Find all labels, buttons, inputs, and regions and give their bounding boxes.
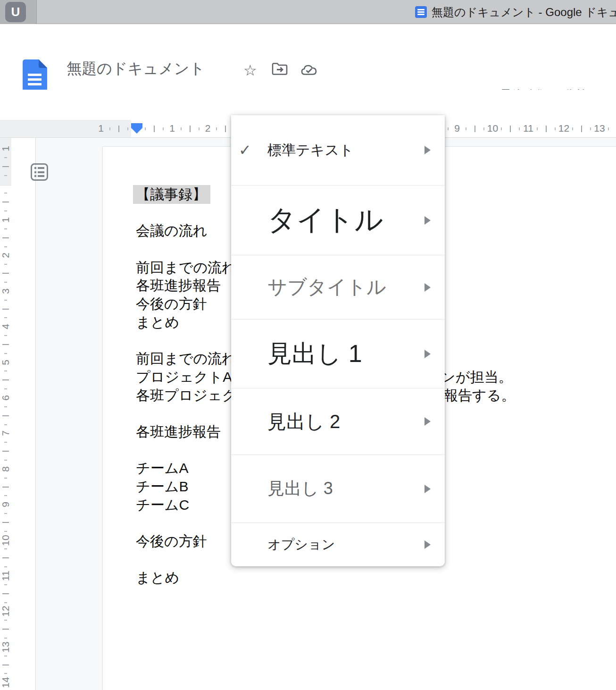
active-tab[interactable]: 無題のドキュメント - Google ドキュメン <box>415 0 616 24</box>
submenu-arrow-icon <box>425 540 431 549</box>
submenu-arrow-icon <box>425 146 431 154</box>
browser-tab-bar: U 無題のドキュメント - Google ドキュメン <box>0 0 616 24</box>
ruler-number: 12 <box>558 123 569 134</box>
ruler-number: 10 <box>0 535 11 546</box>
tab-title: 無題のドキュメント - Google ドキュメン <box>432 5 616 20</box>
indent-marker[interactable] <box>131 123 142 134</box>
move-to-folder-icon[interactable] <box>272 62 288 76</box>
ruler-number: 14 <box>0 677 11 688</box>
ruler-number: 9 <box>454 123 460 134</box>
pinned-tab-icon: U <box>5 2 26 22</box>
submenu-arrow-icon <box>425 485 431 493</box>
menu-item-options[interactable]: オプション <box>231 522 445 566</box>
ruler-number: 12 <box>0 606 11 617</box>
docs-header: 無題のドキュメント ☆ ファイル 編集 表示 挿入 表示形式 ツール アドオン … <box>0 25 616 90</box>
ruler-number: 3 <box>0 286 11 297</box>
ruler-number: 6 <box>0 392 11 404</box>
ruler-number: 10 <box>487 123 498 134</box>
check-icon: ✓ <box>239 141 251 159</box>
document-outline-button[interactable] <box>31 163 48 181</box>
menu-item-heading1[interactable]: 見出し 1 <box>231 319 445 388</box>
pinned-tab[interactable]: U <box>0 0 37 24</box>
vertical-ruler: 11234567891011121314 <box>0 138 11 690</box>
submenu-arrow-icon <box>425 350 431 358</box>
document-title[interactable]: 無題のドキュメント <box>67 59 205 79</box>
ruler-number: 9 <box>0 499 11 510</box>
ruler-number: 5 <box>0 357 11 368</box>
left-gutter: 11234567891011121314 <box>0 138 36 690</box>
menu-item-heading3[interactable]: 見出し 3 <box>231 454 445 522</box>
menu-item-heading2[interactable]: 見出し 2 <box>231 388 445 454</box>
selected-text: 【議事録】 <box>133 185 210 204</box>
google-docs-window: U 無題のドキュメント - Google ドキュメン 無題のドキュメント ☆ <box>0 0 616 690</box>
docs-favicon-icon <box>415 6 427 18</box>
docs-logo-icon[interactable] <box>23 59 47 92</box>
left-indent-handle[interactable] <box>131 128 142 134</box>
paragraph-styles-menu: ✓ 標準テキスト タイトル サブタイトル 見出し 1 見出し 2 見出し 3 オ… <box>231 115 445 566</box>
submenu-arrow-icon <box>425 417 431 426</box>
ruler-number: 1 <box>0 143 11 154</box>
ruler-number: 8 <box>0 463 11 475</box>
first-line-indent-handle[interactable] <box>131 123 142 128</box>
doc-line: まとめ <box>136 569 612 587</box>
submenu-arrow-icon <box>425 216 431 225</box>
cloud-saved-icon[interactable] <box>300 63 317 76</box>
submenu-arrow-icon <box>425 283 431 292</box>
ruler-number: 7 <box>0 428 11 439</box>
ruler-number: 1 <box>0 214 11 226</box>
ruler-number: 1 <box>169 123 175 134</box>
ruler-number: 2 <box>0 250 11 261</box>
ruler-number: 13 <box>594 123 605 134</box>
menu-item-normal-text[interactable]: ✓ 標準テキスト <box>231 115 445 185</box>
ruler-number: 11 <box>0 570 11 581</box>
ruler-margin-zone <box>0 120 131 137</box>
outline-icon <box>34 167 44 169</box>
ruler-number: 4 <box>0 321 11 332</box>
menu-item-subtitle[interactable]: サブタイトル <box>231 255 445 319</box>
toolbar: 100% 標準テキス... Arial − 11 + B I U <box>0 90 616 119</box>
ruler-number: 11 <box>523 123 533 134</box>
ruler-number: 2 <box>205 123 211 134</box>
ruler-number: 13 <box>0 641 11 653</box>
menu-item-title[interactable]: タイトル <box>231 185 445 255</box>
star-icon[interactable]: ☆ <box>243 61 257 79</box>
ruler-number: 1 <box>98 123 104 134</box>
